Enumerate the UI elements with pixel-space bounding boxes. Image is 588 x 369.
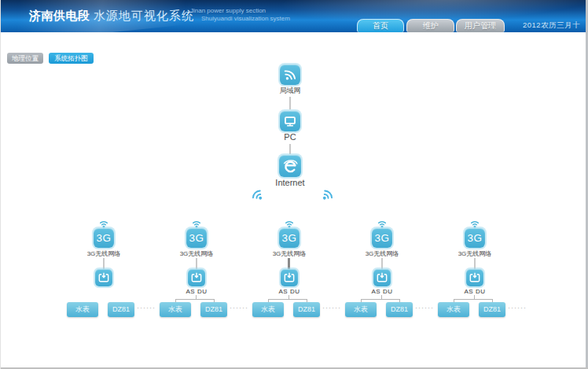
child-link-line [454, 299, 493, 300]
internet-node[interactable] [279, 155, 301, 177]
internet-explorer-icon [282, 158, 299, 175]
branch-column: 3G 3G无线网络 AS DU 水表 DZ81 ······ [336, 220, 428, 326]
system-topology-button[interactable]: 系统拓扑图 [49, 53, 94, 64]
dz81-button[interactable]: DZ81 [479, 302, 505, 317]
wifi-signal-icon [283, 220, 296, 228]
branch-column: 3G 3G无线网络 AS DU 水表 DZ81 ······ [57, 220, 150, 326]
pc-internet-link [289, 144, 291, 154]
app-title: 济南供电段 水源地可视化系统 [29, 9, 194, 24]
wifi-signal-icon [469, 220, 481, 228]
internet-node-label: Internet [259, 178, 322, 187]
network-label: 3G无线网络 [150, 249, 243, 258]
app-window: 济南供电段 水源地可视化系统 Jinan power supply sectio… [0, 0, 588, 369]
pc-node[interactable] [280, 111, 300, 131]
network-label: 3G无线网络 [428, 249, 521, 258]
dz81-button[interactable]: DZ81 [200, 302, 227, 317]
data-collector-icon [283, 271, 296, 284]
data-collector-icon [190, 271, 203, 284]
tab-home[interactable]: 首页 [357, 19, 404, 32]
water-meter-button[interactable]: 水表 [160, 302, 191, 317]
network-3g-node[interactable]: 3G [94, 228, 114, 248]
branch-column: 3G 3G无线网络 AS DU 水表 DZ81 ······ [428, 220, 521, 326]
wifi-signal-icon [190, 220, 203, 228]
child-link-line [268, 299, 307, 300]
asdu-device-node[interactable] [188, 269, 205, 286]
app-header: 济南供电段 水源地可视化系统 Jinan power supply sectio… [1, 0, 586, 32]
water-meter-button[interactable]: 水表 [67, 302, 98, 317]
branch-column: 3G 3G无线网络 AS DU 水表 DZ81 ······ [243, 220, 336, 326]
lunar-date: 2012农历三月十五 [523, 20, 586, 32]
water-meter-button[interactable]: 水表 [438, 302, 469, 317]
geo-location-button[interactable]: 地理位置 [7, 53, 43, 64]
uplink-line [381, 258, 383, 270]
uplink-line [288, 258, 290, 270]
lan-node[interactable] [280, 65, 300, 85]
asdu-device-node[interactable] [373, 269, 391, 286]
asdu-device-node[interactable] [281, 269, 298, 286]
app-subtitle-line1: Jinan power supply section [190, 7, 290, 15]
wireless-broadcast-left-icon [247, 184, 269, 206]
uplink-line [103, 258, 105, 270]
water-meter-button[interactable]: 水表 [252, 302, 284, 317]
more-devices-ellipsis: ······ [508, 304, 527, 312]
lan-wifi-icon [282, 67, 298, 83]
network-label: 3G无线网络 [336, 249, 428, 258]
asdu-device-node[interactable] [466, 269, 483, 286]
data-collector-icon [97, 271, 110, 284]
uplink-line [474, 258, 476, 270]
pc-monitor-icon [283, 114, 297, 128]
tab-user-management[interactable]: 用户管理 [456, 19, 505, 32]
lan-node-label: 局域网 [259, 86, 322, 96]
network-3g-node[interactable]: 3G [465, 228, 485, 248]
app-subtitle-line2: Shuiyuandi visualization system [190, 15, 290, 23]
data-collector-icon [469, 271, 481, 284]
dz81-button[interactable]: DZ81 [293, 302, 320, 317]
tab-maintenance[interactable]: 维护 [406, 19, 454, 32]
device-label: AS DU [428, 288, 521, 295]
child-link-line [175, 299, 215, 300]
wireless-broadcast-right-icon [317, 184, 339, 206]
network-label: 3G无线网络 [57, 249, 150, 258]
network-3g-node[interactable]: 3G [186, 228, 207, 248]
lan-pc-link [289, 97, 291, 109]
uplink-line [196, 258, 197, 270]
dz81-button[interactable]: DZ81 [108, 302, 134, 317]
water-meter-button[interactable]: 水表 [345, 302, 377, 317]
network-3g-node[interactable]: 3G [279, 228, 300, 248]
wifi-signal-icon [97, 220, 110, 228]
dz81-button[interactable]: DZ81 [386, 302, 413, 317]
app-subtitle: Jinan power supply section Shuiyuandi vi… [190, 7, 290, 23]
network-label: 3G无线网络 [243, 249, 336, 258]
data-collector-icon [376, 271, 388, 284]
network-3g-node[interactable]: 3G [372, 228, 392, 248]
app-title-org: 济南供电段 [29, 9, 90, 22]
child-link-line [361, 299, 400, 300]
app-title-system: 水源地可视化系统 [94, 9, 194, 22]
pc-node-label: PC [259, 132, 322, 142]
device-label: AS DU [336, 288, 428, 295]
asdu-device-node[interactable] [95, 269, 112, 286]
wifi-signal-icon [376, 220, 388, 228]
branch-column: 3G 3G无线网络 AS DU 水表 DZ81 ······ [150, 220, 243, 326]
device-label: AS DU [150, 288, 243, 295]
device-label: AS DU [243, 288, 336, 295]
